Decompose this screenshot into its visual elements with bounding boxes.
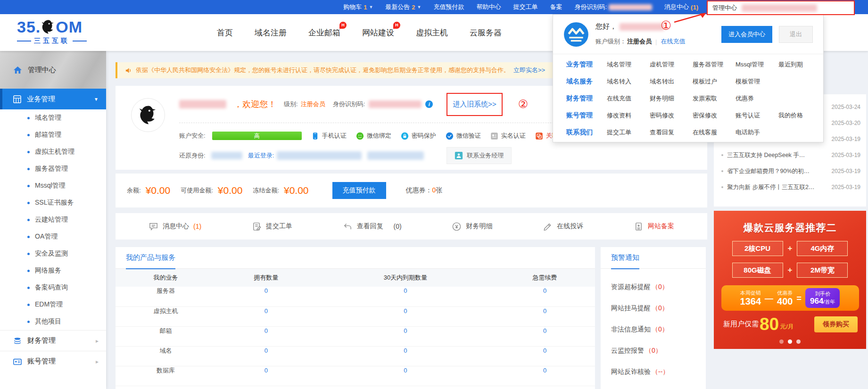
- badge-wechat-verify[interactable]: 微信验证: [446, 132, 481, 140]
- cell-expiring-count[interactable]: 0: [316, 366, 495, 386]
- sidebar-item-business-active[interactable]: 业务管理 ▼: [0, 89, 106, 109]
- cell-expiring-count[interactable]: 0: [316, 287, 495, 306]
- site-logo[interactable]: 35. OM 三五互联: [17, 18, 87, 45]
- recharge-button[interactable]: 充值预付款: [332, 182, 386, 199]
- sidebar-subitem[interactable]: 安全及监测: [0, 245, 106, 262]
- menu-group-label[interactable]: 联系我们: [566, 128, 607, 137]
- menu-item[interactable]: 提交工单: [607, 128, 650, 137]
- sidebar-subitem[interactable]: 邮箱管理: [0, 126, 106, 143]
- enter-member-center-button[interactable]: 进入会员中心: [721, 26, 772, 43]
- alert-item[interactable]: 云监控报警 （0）: [611, 347, 695, 355]
- message-center-link[interactable]: 消息中心 (1): [664, 3, 698, 11]
- info-icon[interactable]: i: [425, 100, 433, 108]
- cell-owned-count[interactable]: 0: [216, 366, 316, 386]
- sidebar-item-finance[interactable]: 财务管理 ▸: [0, 330, 106, 351]
- alert-item[interactable]: 网站反诈核验 （--）: [611, 368, 695, 376]
- promo-card[interactable]: 爆款云服务器推荐二 2核CPU + 4G内存 80G磁盘 + 2M带宽 本周促销…: [714, 211, 866, 349]
- shortcut-submit-ticket[interactable]: 提交工单: [252, 222, 292, 232]
- menu-item[interactable]: 密码修改: [650, 111, 693, 120]
- sidebar-subitem[interactable]: 网络服务: [0, 262, 106, 279]
- topbar-link[interactable]: 提交工单: [513, 3, 537, 11]
- nav-item[interactable]: 虚拟主机: [416, 27, 448, 38]
- cell-expiring-count[interactable]: 0: [316, 346, 495, 366]
- cell-urgent-count[interactable]: 0: [495, 306, 595, 326]
- menu-item[interactable]: 虚机管理: [650, 60, 693, 69]
- cell-urgent-count[interactable]: 0: [495, 346, 595, 366]
- menu-group-label[interactable]: 业务管理: [566, 60, 607, 69]
- shortcut-message-center[interactable]: 消息中心(1): [149, 222, 201, 232]
- alert-item[interactable]: 非法信息通知 （0）: [611, 325, 695, 334]
- alert-item[interactable]: 资源超标提醒 （0）: [611, 283, 695, 291]
- avatar[interactable]: [131, 98, 165, 132]
- cell-expiring-count[interactable]: 0: [316, 306, 495, 326]
- contact-manager-button[interactable]: 联系业务经理: [446, 147, 512, 164]
- alert-item[interactable]: 网站挂马提醒 （0）: [611, 304, 695, 313]
- badge-wechat-bind[interactable]: 微信绑定: [356, 132, 391, 140]
- sidebar-subitem[interactable]: 云建站管理: [0, 211, 106, 228]
- menu-item[interactable]: 最近到期: [778, 60, 821, 69]
- topbar-link[interactable]: 充值预付款: [433, 3, 464, 11]
- cell-expiring-count[interactable]: 0: [316, 326, 495, 346]
- menu-item[interactable]: Mssql管理: [736, 60, 778, 69]
- menu-item[interactable]: 账号认证: [736, 111, 778, 120]
- tab-my-products[interactable]: 我的产品与服务: [126, 247, 175, 269]
- sidebar-banner[interactable]: 管理中心: [0, 51, 106, 89]
- cell-owned-count[interactable]: 0: [216, 346, 316, 366]
- menu-item[interactable]: 模板过户: [693, 77, 736, 86]
- sidebar-subitem[interactable]: OA管理: [0, 228, 106, 245]
- announcement-link[interactable]: 最新公告 2 ▼: [385, 3, 421, 11]
- topbar-link[interactable]: 帮助中心: [476, 3, 501, 11]
- menu-item[interactable]: 电话助手: [736, 128, 778, 137]
- logout-button[interactable]: 退出: [779, 26, 813, 43]
- carousel-dot-active[interactable]: [788, 339, 792, 344]
- menu-item[interactable]: 密保修改: [693, 111, 736, 120]
- menu-item[interactable]: 财务明细: [650, 94, 693, 103]
- badge-phone-auth[interactable]: 手机认证: [311, 132, 347, 140]
- menu-item[interactable]: 在线客服: [693, 128, 736, 137]
- cell-owned-count[interactable]: 0: [216, 326, 316, 346]
- realname-now-link[interactable]: 立即实名>>: [513, 66, 545, 74]
- menu-item[interactable]: 修改资料: [607, 111, 650, 120]
- menu-group-label[interactable]: 财务管理: [566, 94, 607, 103]
- nav-item[interactable]: 企业邮箱: [308, 27, 340, 38]
- online-recharge-link[interactable]: 在线充值: [661, 37, 685, 46]
- sidebar-subitem[interactable]: 虚拟主机管理: [0, 143, 106, 160]
- enter-old-system-link[interactable]: 进入旧系统>>: [453, 100, 496, 109]
- carousel-dot[interactable]: [779, 339, 784, 344]
- sidebar-subitem[interactable]: EDM管理: [0, 296, 106, 313]
- topbar-link[interactable]: 备案: [550, 3, 562, 11]
- menu-item[interactable]: 发票索取: [693, 94, 736, 103]
- nav-item[interactable]: 云服务器: [470, 27, 502, 38]
- news-item[interactable]: 聚力向新 步履不停丨三五互联2… 2025-03-19: [721, 179, 860, 195]
- menu-group-label[interactable]: 域名服务: [566, 77, 607, 86]
- menu-item[interactable]: 域名转出: [650, 77, 693, 86]
- sidebar-subitem[interactable]: 其他项目: [0, 313, 106, 330]
- menu-item[interactable]: 域名管理: [607, 60, 650, 69]
- cell-owned-count[interactable]: 0: [216, 306, 316, 326]
- sidebar-subitem[interactable]: 服务器管理: [0, 160, 106, 177]
- sidebar-subitem[interactable]: Mssql管理: [0, 177, 106, 194]
- menu-item[interactable]: 域名转入: [607, 77, 650, 86]
- menu-item[interactable]: 模板管理: [736, 77, 778, 86]
- cell-urgent-count[interactable]: 0: [495, 326, 595, 346]
- shortcut-online-complaint[interactable]: 在线投诉: [543, 222, 583, 232]
- tab-alerts[interactable]: 预警通知: [611, 247, 639, 269]
- news-item[interactable]: 三五互联支持 DeepSeek 手… 2025-03-19: [721, 147, 860, 163]
- shortcut-view-replies[interactable]: 查看回复 (0): [343, 222, 402, 232]
- menu-group-label[interactable]: 账号管理: [566, 111, 607, 120]
- menu-item[interactable]: 优惠券: [736, 94, 778, 103]
- menu-item[interactable]: 查看回复: [650, 128, 693, 137]
- cell-urgent-count[interactable]: 0: [495, 366, 595, 386]
- shortcut-finance-detail[interactable]: 财务明细: [452, 222, 492, 232]
- get-coupon-buy-button[interactable]: 领券购买: [814, 316, 858, 332]
- admin-center-box[interactable]: 管理中心: [707, 0, 855, 15]
- cart-link[interactable]: 购物车 1 ▼: [343, 3, 373, 11]
- menu-item[interactable]: 我的价格: [778, 111, 821, 120]
- nav-item[interactable]: 域名注册: [255, 27, 287, 38]
- nav-item[interactable]: 首页: [217, 27, 233, 38]
- sidebar-subitem[interactable]: SSL证书服务: [0, 194, 106, 211]
- sidebar-subitem[interactable]: 域名管理: [0, 109, 106, 126]
- cell-urgent-count[interactable]: 0: [495, 287, 595, 306]
- menu-item[interactable]: 在线充值: [607, 94, 650, 103]
- news-item[interactable]: 省下企业邮箱费用？90%的初… 2025-03-19: [721, 163, 860, 179]
